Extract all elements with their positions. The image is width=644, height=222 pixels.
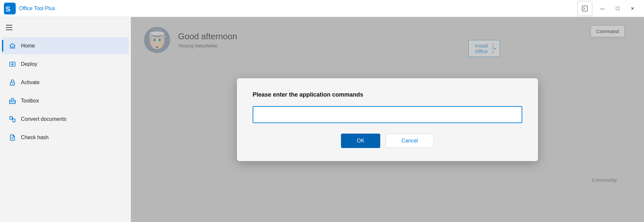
ok-button[interactable]: OK: [341, 134, 380, 148]
sidebar-item-deploy[interactable]: Deploy: [2, 56, 129, 73]
dialog-title: Please enter the application commands: [253, 91, 522, 98]
sidebar-item-deploy-label: Deploy: [21, 61, 37, 67]
sidebar-menu-toggle[interactable]: [3, 21, 16, 34]
toolbox-icon: [9, 97, 16, 105]
activate-icon: [9, 79, 16, 86]
svg-rect-9: [13, 119, 15, 122]
checkhash-icon: [9, 134, 16, 141]
close-button[interactable]: ✕: [625, 3, 640, 14]
sidebar-item-home[interactable]: Home: [2, 37, 129, 54]
dialog-buttons: OK Cancel: [253, 134, 522, 148]
svg-rect-8: [10, 117, 12, 120]
command-input[interactable]: [253, 106, 522, 123]
sidebar-item-convert[interactable]: Convert documents: [2, 111, 129, 128]
sidebar-item-checkhash-label: Check hash: [21, 135, 49, 140]
command-dialog: Please enter the application commands OK…: [237, 78, 538, 161]
minimize-button[interactable]: —: [595, 3, 610, 14]
main-content: Command: [131, 17, 644, 222]
app-layout: Home Deploy Activate: [0, 17, 644, 222]
app-logo: S: [4, 3, 16, 14]
sidebar-item-checkhash[interactable]: Check hash: [2, 129, 129, 146]
window-controls: — ☐ ✕: [577, 1, 640, 16]
dialog-overlay: Please enter the application commands OK…: [131, 17, 644, 222]
sidebar-item-activate[interactable]: Activate: [2, 74, 129, 91]
svg-text:S: S: [6, 5, 10, 13]
deploy-icon: [9, 60, 16, 68]
sidebar-item-toolbox-label: Toolbox: [21, 98, 39, 104]
sidebar-item-activate-label: Activate: [21, 80, 40, 85]
convert-icon: [9, 115, 16, 123]
terminal-button[interactable]: [577, 1, 592, 16]
app-title: Office Tool Plus: [19, 6, 55, 11]
cancel-button[interactable]: Cancel: [385, 134, 434, 148]
sidebar-item-convert-label: Convert documents: [21, 116, 66, 122]
sidebar: Home Deploy Activate: [0, 17, 131, 222]
svg-point-5: [12, 83, 13, 84]
sidebar-item-home-label: Home: [21, 43, 35, 49]
title-bar: S Office Tool Plus — ☐ ✕: [0, 0, 644, 17]
maximize-button[interactable]: ☐: [610, 3, 625, 14]
hamburger-icon: [6, 25, 12, 30]
sidebar-item-toolbox[interactable]: Toolbox: [2, 92, 129, 109]
home-icon: [9, 42, 16, 50]
